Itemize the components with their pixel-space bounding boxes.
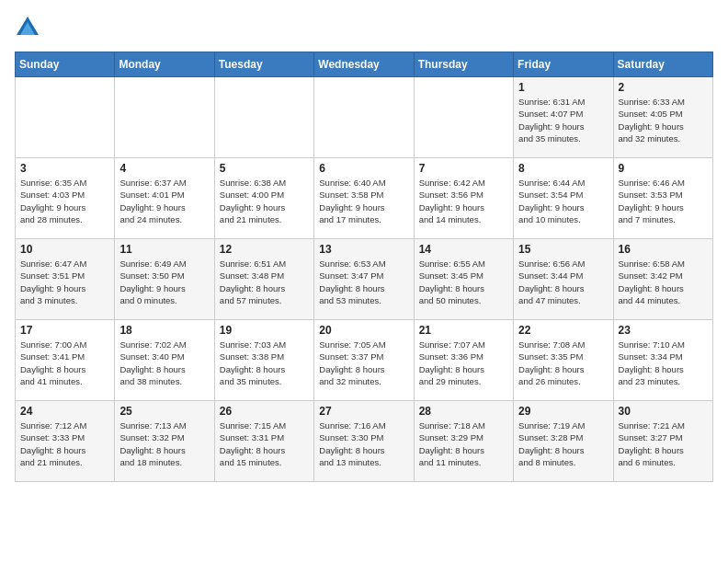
day-number: 3	[20, 162, 109, 175]
day-number: 8	[518, 162, 608, 175]
weekday-header-wednesday: Wednesday	[314, 52, 414, 77]
calendar-cell: 22Sunrise: 7:08 AM Sunset: 3:35 PM Dayli…	[514, 320, 613, 401]
day-info: Sunrise: 6:46 AM Sunset: 3:53 PM Dayligh…	[619, 177, 708, 225]
day-number: 15	[518, 243, 608, 256]
page-header	[15, 15, 713, 40]
day-info: Sunrise: 7:00 AM Sunset: 3:41 PM Dayligh…	[20, 339, 109, 387]
calendar-cell	[16, 77, 115, 158]
calendar-cell: 5Sunrise: 6:38 AM Sunset: 4:00 PM Daylig…	[214, 158, 313, 239]
day-info: Sunrise: 6:55 AM Sunset: 3:45 PM Dayligh…	[419, 258, 508, 306]
day-number: 17	[20, 324, 109, 337]
day-number: 5	[220, 162, 309, 175]
day-number: 27	[319, 405, 408, 418]
day-number: 23	[619, 324, 708, 337]
calendar-cell: 13Sunrise: 6:53 AM Sunset: 3:47 PM Dayli…	[314, 239, 414, 320]
day-info: Sunrise: 6:37 AM Sunset: 4:01 PM Dayligh…	[119, 177, 209, 225]
calendar-cell: 27Sunrise: 7:16 AM Sunset: 3:30 PM Dayli…	[314, 401, 414, 482]
day-number: 13	[319, 243, 408, 256]
calendar-table: SundayMondayTuesdayWednesdayThursdayFrid…	[15, 52, 713, 482]
day-number: 10	[20, 243, 109, 256]
day-info: Sunrise: 7:15 AM Sunset: 3:31 PM Dayligh…	[220, 419, 309, 468]
day-info: Sunrise: 7:19 AM Sunset: 3:28 PM Dayligh…	[518, 419, 608, 468]
day-number: 16	[619, 243, 708, 256]
calendar-cell	[115, 77, 214, 158]
weekday-header-row: SundayMondayTuesdayWednesdayThursdayFrid…	[16, 52, 713, 77]
day-info: Sunrise: 6:58 AM Sunset: 3:42 PM Dayligh…	[619, 258, 708, 306]
weekday-header-thursday: Thursday	[414, 52, 513, 77]
day-number: 14	[419, 243, 508, 256]
calendar-cell: 6Sunrise: 6:40 AM Sunset: 3:58 PM Daylig…	[314, 158, 414, 239]
day-info: Sunrise: 6:35 AM Sunset: 4:03 PM Dayligh…	[20, 177, 109, 225]
week-row-4: 17Sunrise: 7:00 AM Sunset: 3:41 PM Dayli…	[16, 320, 713, 401]
day-info: Sunrise: 7:07 AM Sunset: 3:36 PM Dayligh…	[419, 339, 508, 387]
calendar-cell: 23Sunrise: 7:10 AM Sunset: 3:34 PM Dayli…	[613, 320, 712, 401]
day-info: Sunrise: 7:12 AM Sunset: 3:33 PM Dayligh…	[20, 419, 109, 468]
calendar-cell: 24Sunrise: 7:12 AM Sunset: 3:33 PM Dayli…	[16, 401, 115, 482]
calendar-cell: 30Sunrise: 7:21 AM Sunset: 3:27 PM Dayli…	[613, 401, 712, 482]
calendar-cell: 25Sunrise: 7:13 AM Sunset: 3:32 PM Dayli…	[115, 401, 214, 482]
day-number: 28	[419, 405, 508, 418]
day-info: Sunrise: 6:47 AM Sunset: 3:51 PM Dayligh…	[20, 258, 109, 306]
day-info: Sunrise: 6:49 AM Sunset: 3:50 PM Dayligh…	[119, 258, 209, 306]
calendar-cell: 12Sunrise: 6:51 AM Sunset: 3:48 PM Dayli…	[214, 239, 313, 320]
day-info: Sunrise: 6:56 AM Sunset: 3:44 PM Dayligh…	[518, 258, 608, 306]
calendar-cell: 26Sunrise: 7:15 AM Sunset: 3:31 PM Dayli…	[214, 401, 313, 482]
day-number: 21	[419, 324, 508, 337]
day-info: Sunrise: 7:08 AM Sunset: 3:35 PM Dayligh…	[518, 339, 608, 387]
day-info: Sunrise: 6:44 AM Sunset: 3:54 PM Dayligh…	[518, 177, 608, 225]
day-number: 29	[518, 405, 608, 418]
day-number: 18	[119, 324, 209, 337]
day-number: 4	[119, 162, 209, 175]
weekday-header-saturday: Saturday	[613, 52, 712, 77]
calendar-cell: 19Sunrise: 7:03 AM Sunset: 3:38 PM Dayli…	[214, 320, 313, 401]
weekday-header-monday: Monday	[115, 52, 214, 77]
week-row-3: 10Sunrise: 6:47 AM Sunset: 3:51 PM Dayli…	[16, 239, 713, 320]
day-number: 19	[220, 324, 309, 337]
calendar-cell: 7Sunrise: 6:42 AM Sunset: 3:56 PM Daylig…	[414, 158, 513, 239]
day-info: Sunrise: 7:21 AM Sunset: 3:27 PM Dayligh…	[619, 419, 708, 468]
week-row-5: 24Sunrise: 7:12 AM Sunset: 3:33 PM Dayli…	[16, 401, 713, 482]
day-number: 20	[319, 324, 408, 337]
day-info: Sunrise: 6:40 AM Sunset: 3:58 PM Dayligh…	[319, 177, 408, 225]
week-row-1: 1Sunrise: 6:31 AM Sunset: 4:07 PM Daylig…	[16, 77, 713, 158]
calendar-cell	[214, 77, 313, 158]
day-info: Sunrise: 7:03 AM Sunset: 3:38 PM Dayligh…	[220, 339, 309, 387]
day-number: 22	[518, 324, 608, 337]
calendar-cell: 11Sunrise: 6:49 AM Sunset: 3:50 PM Dayli…	[115, 239, 214, 320]
calendar-cell: 28Sunrise: 7:18 AM Sunset: 3:29 PM Dayli…	[414, 401, 513, 482]
day-info: Sunrise: 7:02 AM Sunset: 3:40 PM Dayligh…	[119, 339, 209, 387]
day-number: 6	[319, 162, 408, 175]
day-number: 1	[518, 81, 608, 94]
logo	[15, 15, 44, 40]
calendar-cell: 14Sunrise: 6:55 AM Sunset: 3:45 PM Dayli…	[414, 239, 513, 320]
weekday-header-friday: Friday	[514, 52, 613, 77]
week-row-2: 3Sunrise: 6:35 AM Sunset: 4:03 PM Daylig…	[16, 158, 713, 239]
day-number: 11	[119, 243, 209, 256]
day-info: Sunrise: 7:13 AM Sunset: 3:32 PM Dayligh…	[119, 419, 209, 468]
day-number: 12	[220, 243, 309, 256]
day-number: 7	[419, 162, 508, 175]
calendar-cell: 8Sunrise: 6:44 AM Sunset: 3:54 PM Daylig…	[514, 158, 613, 239]
day-info: Sunrise: 6:42 AM Sunset: 3:56 PM Dayligh…	[419, 177, 508, 225]
weekday-header-tuesday: Tuesday	[214, 52, 313, 77]
logo-icon	[15, 15, 40, 40]
day-number: 9	[619, 162, 708, 175]
calendar-cell	[314, 77, 414, 158]
day-info: Sunrise: 7:10 AM Sunset: 3:34 PM Dayligh…	[619, 339, 708, 387]
day-info: Sunrise: 7:05 AM Sunset: 3:37 PM Dayligh…	[319, 339, 408, 387]
calendar-cell: 18Sunrise: 7:02 AM Sunset: 3:40 PM Dayli…	[115, 320, 214, 401]
calendar-cell: 2Sunrise: 6:33 AM Sunset: 4:05 PM Daylig…	[613, 77, 712, 158]
weekday-header-sunday: Sunday	[16, 52, 115, 77]
calendar-cell: 16Sunrise: 6:58 AM Sunset: 3:42 PM Dayli…	[613, 239, 712, 320]
calendar-cell: 4Sunrise: 6:37 AM Sunset: 4:01 PM Daylig…	[115, 158, 214, 239]
day-info: Sunrise: 6:51 AM Sunset: 3:48 PM Dayligh…	[220, 258, 309, 306]
calendar-cell: 21Sunrise: 7:07 AM Sunset: 3:36 PM Dayli…	[414, 320, 513, 401]
day-info: Sunrise: 6:31 AM Sunset: 4:07 PM Dayligh…	[518, 96, 608, 144]
day-info: Sunrise: 7:18 AM Sunset: 3:29 PM Dayligh…	[419, 419, 508, 468]
day-info: Sunrise: 7:16 AM Sunset: 3:30 PM Dayligh…	[319, 419, 408, 468]
day-number: 30	[619, 405, 708, 418]
day-info: Sunrise: 6:33 AM Sunset: 4:05 PM Dayligh…	[619, 96, 708, 144]
calendar-cell: 20Sunrise: 7:05 AM Sunset: 3:37 PM Dayli…	[314, 320, 414, 401]
calendar-cell: 29Sunrise: 7:19 AM Sunset: 3:28 PM Dayli…	[514, 401, 613, 482]
calendar-cell: 1Sunrise: 6:31 AM Sunset: 4:07 PM Daylig…	[514, 77, 613, 158]
